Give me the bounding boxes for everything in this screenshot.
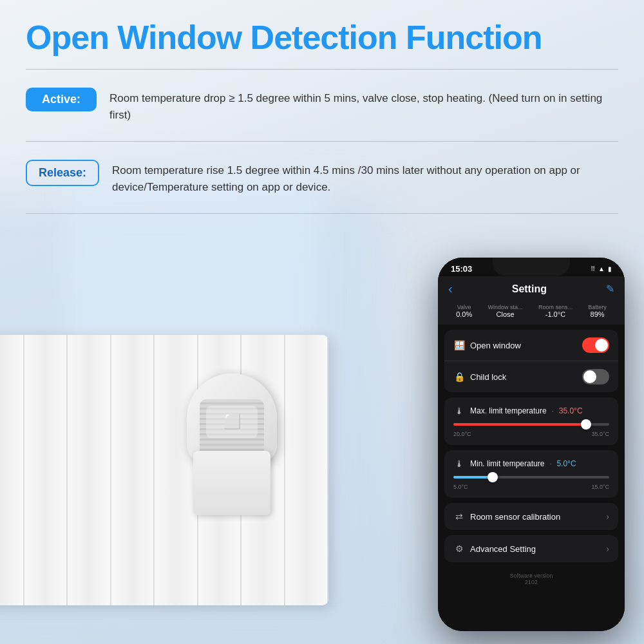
max-temp-min: 20.0°C xyxy=(453,431,471,437)
software-version-value: 2102 xyxy=(443,579,620,585)
fin xyxy=(111,335,155,605)
phone-mockup: 15:03 ⠿ ▲ ▮ ‹ Setting ✎ Valve xyxy=(438,258,625,631)
advanced-setting-left: ⚙ Advanced Setting xyxy=(453,543,536,554)
child-lock-icon: 🔒 xyxy=(453,371,465,383)
stat-window-label: Window sta... xyxy=(488,304,523,310)
stat-battery: Battery 89% xyxy=(588,304,607,318)
advanced-setting-icon: ⚙ xyxy=(453,543,465,554)
min-temp-header: 🌡 Min. limit temperature · 5.0°C xyxy=(453,458,609,469)
active-row: Active: Room temperature drop ≥ 1.5 degr… xyxy=(26,79,618,132)
divider-2 xyxy=(26,141,618,142)
max-temp-label: Max. limit temperature xyxy=(470,406,547,415)
min-temp-icon: 🌡 xyxy=(453,458,465,469)
valve-body xyxy=(193,451,270,515)
min-temp-section: 🌡 Min. limit temperature · 5.0°C 5.0°C 1… xyxy=(444,450,618,498)
phone-notch xyxy=(493,258,570,276)
back-button[interactable]: ‹ xyxy=(448,281,453,296)
room-sensor-icon: ⇄ xyxy=(453,511,465,522)
signal-icon: ⠿ xyxy=(591,265,595,272)
screen-title: Setting xyxy=(512,283,547,295)
open-window-left: 🪟 Open window xyxy=(453,339,521,351)
advanced-setting-row[interactable]: ⚙ Advanced Setting › xyxy=(444,535,618,562)
fin xyxy=(68,335,111,605)
software-version-label: Software version xyxy=(443,573,620,579)
max-temp-max: 35.0°C xyxy=(591,431,609,437)
stat-battery-value: 89% xyxy=(588,310,607,318)
release-row: Release: Room temperature rise 1.5 degre… xyxy=(26,151,618,204)
software-version-section: Software version 2102 xyxy=(438,567,625,591)
toggle-section: 🪟 Open window 🔒 Child lock xyxy=(444,330,618,392)
settings-list: 🪟 Open window 🔒 Child lock xyxy=(438,325,625,631)
app-header: ‹ Setting ✎ Valve 0.0% Window sta... Clo… xyxy=(438,276,625,325)
child-lock-toggle[interactable] xyxy=(582,369,609,384)
advanced-setting-label: Advanced Setting xyxy=(470,544,536,554)
release-text: Room temperature rise 1.5 degree within … xyxy=(112,160,618,195)
status-time: 15:03 xyxy=(451,264,472,274)
min-temp-min: 5.0°C xyxy=(453,484,468,490)
valve-device: ⬜ xyxy=(180,374,296,515)
max-temp-value: 35.0°C xyxy=(559,406,583,415)
stat-valve-value: 0.0% xyxy=(456,310,472,318)
edit-button[interactable]: ✎ xyxy=(606,283,614,295)
stat-battery-label: Battery xyxy=(588,304,607,310)
max-temp-section: 🌡 Max. limit temperature · 35.0°C 20.0°C… xyxy=(444,397,618,445)
room-sensor-left: ⇄ Room sensor calibration xyxy=(453,511,560,522)
open-window-label: Open window xyxy=(470,341,521,350)
open-window-row[interactable]: 🪟 Open window xyxy=(444,330,618,361)
min-temp-max: 15.0°C xyxy=(591,484,609,490)
fin xyxy=(0,335,24,605)
max-temp-slider[interactable] xyxy=(453,423,609,426)
slider-fill-blue xyxy=(453,476,493,478)
max-temp-separator: · xyxy=(552,407,554,415)
min-temp-slider[interactable] xyxy=(453,476,609,478)
max-temp-thumb[interactable] xyxy=(581,419,591,430)
page-title: Open Window Detection Function xyxy=(26,19,618,56)
open-window-icon: 🪟 xyxy=(453,339,465,351)
release-badge: Release: xyxy=(26,160,99,186)
open-window-toggle[interactable] xyxy=(582,337,609,353)
valve-display: ⬜ xyxy=(206,406,258,438)
stat-window-value: Close xyxy=(488,310,523,318)
calibration-section: ⇄ Room sensor calibration › xyxy=(444,503,618,530)
status-icons: ⠿ ▲ ▮ xyxy=(591,265,612,272)
room-sensor-row[interactable]: ⇄ Room sensor calibration › xyxy=(444,503,618,530)
slider-fill-red xyxy=(453,423,586,426)
child-lock-row[interactable]: 🔒 Child lock xyxy=(444,361,618,392)
stat-sensor-value: -1.0°C xyxy=(538,310,573,318)
battery-icon: ▮ xyxy=(608,265,612,272)
max-temp-icon: 🌡 xyxy=(453,405,465,417)
stats-row: Valve 0.0% Window sta... Close Room sens… xyxy=(448,301,614,321)
stat-valve: Valve 0.0% xyxy=(456,304,472,318)
active-text: Room temperature drop ≥ 1.5 degree withi… xyxy=(109,88,618,123)
phone-frame: 15:03 ⠿ ▲ ▮ ‹ Setting ✎ Valve xyxy=(438,258,625,631)
stat-sensor: Room sens... -1.0°C xyxy=(538,304,573,318)
fin xyxy=(24,335,68,605)
room-sensor-label: Room sensor calibration xyxy=(470,512,560,522)
divider-1 xyxy=(26,69,618,70)
app-nav: ‹ Setting ✎ xyxy=(448,281,614,296)
stat-valve-label: Valve xyxy=(456,304,472,310)
stat-window: Window sta... Close xyxy=(488,304,523,318)
min-temp-thumb[interactable] xyxy=(488,472,498,482)
min-temp-label: Min. limit temperature xyxy=(470,459,544,468)
top-section: Open Window Detection Function Active: R… xyxy=(0,0,644,223)
wifi-icon: ▲ xyxy=(598,265,605,272)
min-temp-range: 5.0°C 15.0°C xyxy=(453,484,609,490)
child-lock-left: 🔒 Child lock xyxy=(453,371,506,383)
child-lock-label: Child lock xyxy=(470,372,506,382)
room-sensor-chevron: › xyxy=(606,511,609,522)
max-temp-range: 20.0°C 35.0°C xyxy=(453,431,609,437)
advanced-section: ⚙ Advanced Setting › xyxy=(444,535,618,562)
phone-screen: 15:03 ⠿ ▲ ▮ ‹ Setting ✎ Valve xyxy=(438,258,625,631)
min-temp-separator: · xyxy=(549,460,551,468)
divider-3 xyxy=(26,213,618,214)
min-temp-value: 5.0°C xyxy=(556,459,576,468)
advanced-setting-chevron: › xyxy=(606,544,609,554)
max-temp-header: 🌡 Max. limit temperature · 35.0°C xyxy=(453,405,609,417)
active-badge: Active: xyxy=(26,88,97,111)
stat-sensor-label: Room sens... xyxy=(538,304,573,310)
